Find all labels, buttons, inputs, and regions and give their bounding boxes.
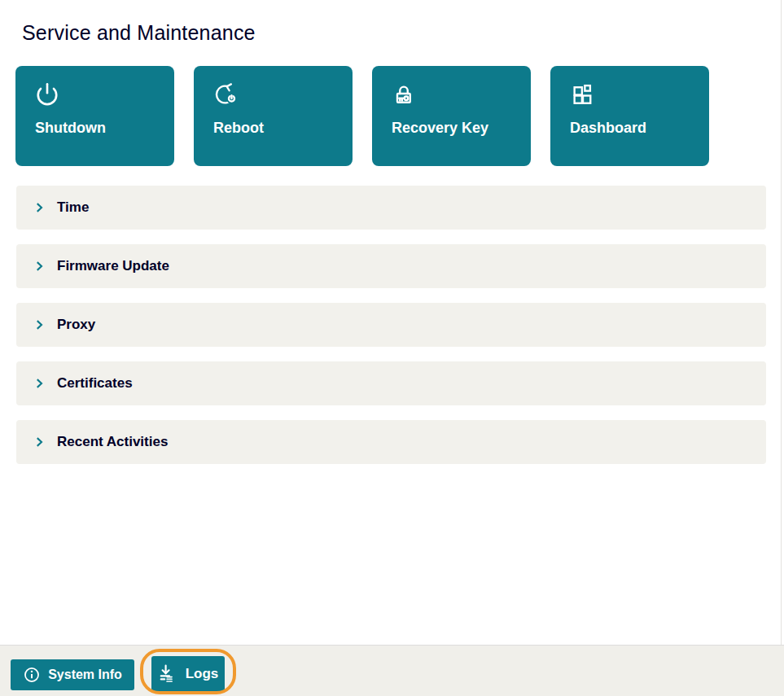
action-tiles: Shutdown Reboot — [15, 66, 709, 166]
power-icon — [35, 82, 59, 107]
footer-bar: System Info Logs — [0, 645, 784, 696]
tile-label: Recovery Key — [392, 120, 488, 137]
chevron-right-icon — [32, 376, 46, 391]
logs-label: Logs — [186, 666, 219, 682]
info-icon — [23, 666, 41, 684]
accordion-label: Firmware Update — [57, 258, 169, 274]
shutdown-button[interactable]: Shutdown — [15, 66, 174, 166]
system-info-button[interactable]: System Info — [11, 659, 134, 690]
reboot-icon — [213, 82, 238, 107]
tile-label: Shutdown — [35, 120, 106, 137]
reboot-button[interactable]: Reboot — [194, 66, 353, 166]
accordion-firmware-update[interactable]: Firmware Update — [16, 244, 766, 288]
accordion-proxy[interactable]: Proxy — [16, 303, 766, 347]
tile-label: Dashboard — [570, 120, 646, 137]
logs-button[interactable]: Logs — [151, 656, 225, 691]
chevron-right-icon — [32, 259, 46, 274]
accordion-label: Certificates — [57, 375, 133, 392]
chevron-right-icon — [32, 317, 46, 332]
dashboard-button[interactable]: Dashboard — [550, 66, 709, 166]
service-maintenance-page: Service and Maintenance Shutdown — [0, 0, 784, 696]
chevron-right-icon — [32, 435, 46, 449]
recovery-key-button[interactable]: Recovery Key — [372, 66, 531, 166]
accordion-time[interactable]: Time — [16, 186, 766, 230]
page-title: Service and Maintenance — [22, 21, 256, 45]
accordion-recent-activities[interactable]: Recent Activities — [16, 420, 766, 464]
system-info-label: System Info — [48, 668, 122, 682]
accordion-label: Time — [57, 199, 89, 216]
accordion-certificates[interactable]: Certificates — [16, 361, 766, 405]
chevron-right-icon — [32, 200, 46, 215]
accordion-list: Time Firmware Update Proxy Certificates — [16, 186, 766, 479]
dashboard-grid-icon — [570, 82, 594, 107]
tile-label: Reboot — [213, 120, 264, 137]
accordion-label: Recent Activities — [57, 434, 168, 450]
download-logs-icon — [158, 663, 178, 684]
panel-right-border — [781, 0, 782, 645]
accordion-label: Proxy — [57, 317, 95, 333]
lock-key-icon — [392, 82, 416, 107]
